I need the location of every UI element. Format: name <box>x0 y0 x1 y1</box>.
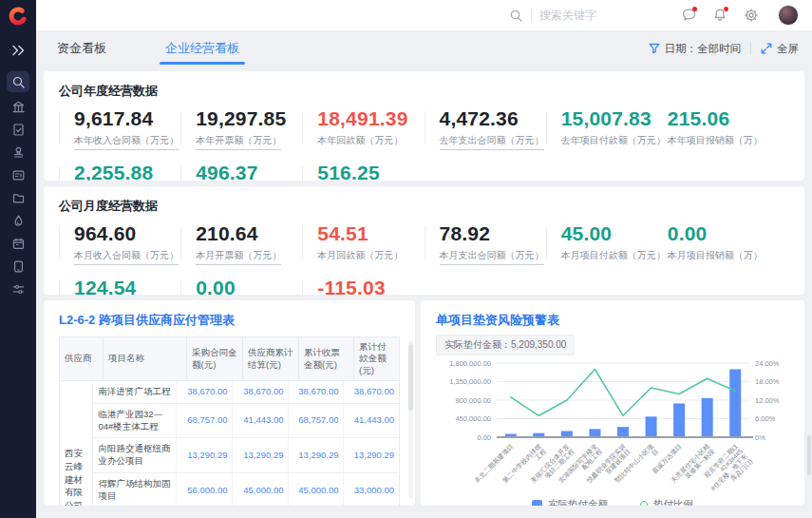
kpi-label: 本年开票额（万元） <box>196 134 302 150</box>
sidebar-item-stamp[interactable] <box>7 144 29 161</box>
date-filter-label: 日期：全部时间 <box>665 42 742 56</box>
search-icon <box>11 75 26 89</box>
kpi-value: 15,007.83 <box>561 108 668 129</box>
sidebar-item-sliders[interactable] <box>7 281 29 297</box>
settlement-amount-cell: 41,443.00 <box>233 404 289 438</box>
kpi-value: 9,617.84 <box>74 108 180 129</box>
kpi-label: 本月项目报销额（万） <box>668 249 789 262</box>
kpi-label: 本年项目报销额（万） <box>668 134 789 147</box>
kpi-item: 45.00 本月项目付款额（万元） <box>546 223 668 265</box>
svg-text:900,000.00: 900,000.00 <box>455 396 491 405</box>
table-row[interactable]: 向阳路交通枢纽商业办公项目 13,290.29 13,290.29 13,290… <box>93 438 399 473</box>
tab-bar: 资金看板 企业经营看板 日期：全部时间 全屏 <box>36 31 812 66</box>
kpi-item: 2,255.88 本年部门报销额（万） <box>59 163 180 181</box>
kpi-label: 本月收入合同额（万元） <box>74 249 180 265</box>
notifications-button[interactable] <box>711 7 728 24</box>
kpi-value: 124.54 <box>74 278 180 295</box>
annual-card-title: 公司年度经营数据 <box>59 83 789 100</box>
kpi-value: 496.37 <box>196 163 302 181</box>
svg-text:18.00%: 18.00% <box>755 377 780 386</box>
sidebar-expand-icon[interactable] <box>10 41 26 60</box>
kpi-item: -115.03 本月现金流（万） <box>302 278 424 295</box>
table-row[interactable]: 得辉广场结构加固项目 56,000.00 45,000.00 45,000.00… <box>93 473 399 506</box>
project-name-cell: 向阳路交通枢纽商业办公项目 <box>93 438 177 472</box>
svg-text:1,350,000.00: 1,350,000.00 <box>449 377 491 386</box>
monthly-card-title: 公司月度经营数据 <box>59 198 789 215</box>
date-filter-button[interactable]: 日期：全部时间 <box>649 42 742 56</box>
id-card-icon <box>11 168 26 182</box>
supplier-name-cell: 西安云峰建材有限公司 <box>60 381 93 506</box>
project-name-cell: 临港产业园32—04#楼主体工程 <box>93 404 177 438</box>
search-icon[interactable] <box>509 9 523 23</box>
kpi-label: 本月开票额（万元） <box>196 249 302 265</box>
fullscreen-button[interactable]: 全屏 <box>761 42 799 56</box>
settings-button[interactable] <box>743 7 760 24</box>
kpi-value: 0.00 <box>668 223 789 244</box>
kpi-item: 0.00 本月项目报销额（万） <box>668 223 789 265</box>
kpi-item: 9,617.84 本年收入合同额（万元） <box>59 108 180 150</box>
payment-amount-cell: 33,000.00 <box>344 473 399 506</box>
messages-button[interactable] <box>680 7 697 24</box>
global-search <box>509 9 644 23</box>
invoice-amount-cell: 68,757.00 <box>289 404 344 438</box>
calendar-icon <box>11 237 26 251</box>
purchase-amount-cell: 56,000.00 <box>177 473 233 506</box>
kpi-item: 54.51 本月回款额（万元） <box>302 223 424 265</box>
kpi-value: 215.06 <box>668 108 789 129</box>
sidebar-item-bank[interactable] <box>7 99 29 115</box>
annual-kpi-grid: 9,617.84 本年收入合同额（万元） 19,297.85 本年开票额（万元）… <box>59 108 789 181</box>
search-divider <box>531 9 532 22</box>
kpi-item: 19,297.85 本年开票额（万元） <box>180 108 302 150</box>
sidebar-item-device[interactable] <box>7 259 29 275</box>
supplier-table-rows: 南洋进贤广场工程 38,670.00 38,670.00 38,670.00 3… <box>93 381 399 506</box>
legend-item[interactable]: 垫付比例 <box>640 498 693 506</box>
risk-chart[interactable]: 0.000%450,000.006.00%900,000.0012.00%1,3… <box>436 357 789 502</box>
app-logo[interactable] <box>0 0 36 31</box>
kpi-value: 964.60 <box>74 223 180 244</box>
legend-swatch <box>532 500 542 507</box>
table-header-cell: 供应商累计结算(元) <box>243 337 299 381</box>
toolbar-divider <box>750 43 751 55</box>
kpi-value: 45.00 <box>561 223 668 244</box>
svg-text:1,800,000.00: 1,800,000.00 <box>449 359 491 368</box>
table-row[interactable]: 临港产业园32—04#楼主体工程 68,757.00 41,443.00 68,… <box>93 404 399 439</box>
table-row[interactable]: 南洋进贤广场工程 38,670.00 38,670.00 38,670.00 3… <box>93 381 399 404</box>
svg-text:6.00%: 6.00% <box>755 414 776 423</box>
tab-funds-kanban[interactable]: 资金看板 <box>57 40 106 57</box>
page-scrollbar-thumb[interactable] <box>807 435 811 475</box>
sidebar <box>0 0 36 518</box>
kpi-value: 54.51 <box>317 223 424 244</box>
kpi-value: 19,297.85 <box>196 108 302 129</box>
sidebar-item-document[interactable] <box>7 122 29 138</box>
sidebar-item-folder[interactable] <box>7 190 29 206</box>
settlement-amount-cell: 45,000.00 <box>233 473 289 506</box>
kpi-value: 2,255.88 <box>74 163 180 181</box>
settlement-amount-cell: 13,290.29 <box>233 438 289 472</box>
invoice-amount-cell: 13,290.29 <box>289 438 344 472</box>
svg-text:450,000.00: 450,000.00 <box>455 414 491 423</box>
legend-item[interactable]: 实际垫付金额 <box>532 498 608 506</box>
sidebar-item-search[interactable] <box>7 71 29 92</box>
folder-icon <box>11 191 26 205</box>
supplier-table-title: L2-6-2 跨项目供应商应付管理表 <box>59 312 400 329</box>
sidebar-item-card[interactable] <box>7 167 29 183</box>
kpi-value: 4,472.36 <box>440 108 546 129</box>
search-input[interactable] <box>539 9 644 22</box>
sidebar-item-drop[interactable] <box>7 213 29 229</box>
kpi-value: 210.64 <box>196 223 302 244</box>
document-check-icon <box>11 123 26 137</box>
tab-enterprise-kanban[interactable]: 企业经营看板 <box>161 31 243 66</box>
kpi-item: 78.92 本月支出合同额（万元） <box>425 223 546 265</box>
stamp-icon <box>11 145 26 160</box>
kpi-value: 516.25 <box>317 163 424 181</box>
sidebar-item-calendar[interactable] <box>7 236 29 252</box>
risk-chart-title: 单项目垫资风险预警表 <box>436 312 789 329</box>
kpi-label: 本年回款额（万元） <box>317 134 424 147</box>
risk-warning-card: 单项目垫资风险预警表 实际垫付金额：5,209,350.00 0.000%450… <box>421 300 804 506</box>
kpi-label: 本年收入合同额（万元） <box>74 134 180 150</box>
water-drop-icon <box>11 214 26 228</box>
table-header-cell: 采购合同金额(元) <box>187 337 243 381</box>
avatar[interactable] <box>778 5 799 26</box>
supplier-table: 供应商项目名称采购合同金额(元)供应商累计结算(元)累计收票金额(元)累计付款金… <box>59 336 400 506</box>
table-scrollbar-thumb[interactable] <box>408 344 413 411</box>
